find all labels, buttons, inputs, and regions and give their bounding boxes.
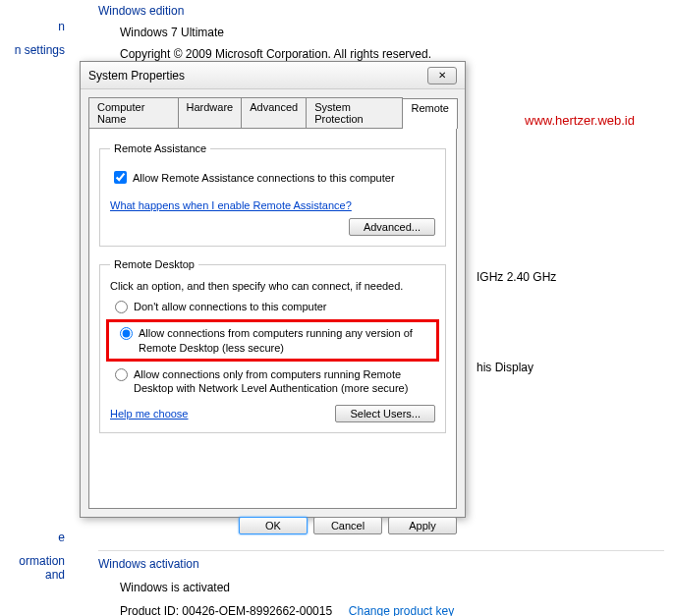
rd-radio-any-version[interactable] bbox=[120, 327, 133, 340]
dialog-titlebar: System Properties ✕ bbox=[81, 62, 465, 89]
dialog-title: System Properties bbox=[88, 69, 427, 83]
rd-radio-nla-label: Allow connections only from computers ru… bbox=[134, 367, 435, 396]
system-properties-dialog: System Properties ✕ Computer Name Hardwa… bbox=[80, 61, 466, 518]
edition-heading: Windows edition bbox=[98, 4, 674, 18]
left-nav-item[interactable]: n bbox=[0, 20, 69, 33]
rd-radio-dont-allow-label: Don't allow connections to this computer bbox=[134, 300, 327, 313]
rd-option-dont-allow[interactable]: Don't allow connections to this computer bbox=[110, 300, 435, 313]
activation-section: Windows activation Windows is activated … bbox=[98, 540, 664, 616]
cancel-button[interactable]: Cancel bbox=[313, 517, 382, 534]
remote-desktop-legend: Remote Desktop bbox=[110, 258, 198, 270]
remote-desktop-group: Remote Desktop Click an option, and then… bbox=[99, 258, 446, 433]
bg-cpu-text: IGHz 2.40 GHz bbox=[477, 270, 556, 284]
remote-assistance-advanced-button[interactable]: Advanced... bbox=[349, 218, 435, 236]
remote-assistance-help-link[interactable]: What happens when I enable Remote Assist… bbox=[110, 199, 352, 211]
system-info-bg: Windows edition Windows 7 Ultimate Copyr… bbox=[98, 0, 674, 61]
dialog-tabs: Computer Name Hardware Advanced System P… bbox=[88, 97, 457, 128]
activation-status: Windows is activated bbox=[120, 581, 664, 594]
allow-remote-assistance-row[interactable]: Allow Remote Assistance connections to t… bbox=[110, 168, 435, 187]
bg-display-text: his Display bbox=[477, 361, 534, 374]
tab-hardware[interactable]: Hardware bbox=[178, 97, 243, 128]
apply-button[interactable]: Apply bbox=[388, 517, 457, 534]
activation-heading: Windows activation bbox=[98, 557, 664, 571]
left-nav-item[interactable]: n settings bbox=[0, 43, 69, 57]
dialog-close-button[interactable]: ✕ bbox=[427, 67, 457, 84]
rd-option-nla[interactable]: Allow connections only from computers ru… bbox=[110, 367, 435, 396]
allow-remote-assistance-checkbox[interactable] bbox=[114, 171, 127, 184]
see-also-item[interactable]: ormation and bbox=[0, 554, 65, 582]
left-nav-fragment: n n settings bbox=[0, 0, 69, 67]
tab-system-protection[interactable]: System Protection bbox=[306, 97, 403, 128]
change-product-key-link[interactable]: Change product key bbox=[349, 604, 454, 616]
edition-name: Windows 7 Ultimate bbox=[120, 26, 674, 39]
ok-button[interactable]: OK bbox=[239, 517, 308, 534]
remote-desktop-intro: Click an option, and then specify who ca… bbox=[110, 280, 435, 292]
see-also-item[interactable]: e bbox=[0, 531, 65, 544]
tab-computer-name[interactable]: Computer Name bbox=[88, 97, 179, 128]
see-also-fragment: e ormation and bbox=[0, 531, 69, 582]
allow-remote-assistance-label: Allow Remote Assistance connections to t… bbox=[133, 172, 395, 184]
edition-copyright: Copyright © 2009 Microsoft Corporation. … bbox=[120, 47, 674, 61]
rd-radio-dont-allow[interactable] bbox=[115, 301, 128, 313]
tab-remote[interactable]: Remote bbox=[402, 98, 458, 129]
dialog-button-row: OK Cancel Apply bbox=[81, 509, 465, 542]
tab-advanced[interactable]: Advanced bbox=[241, 97, 307, 128]
tab-remote-body: Remote Assistance Allow Remote Assistanc… bbox=[88, 128, 457, 509]
rd-radio-nla[interactable] bbox=[115, 368, 128, 381]
remote-assistance-group: Remote Assistance Allow Remote Assistanc… bbox=[99, 142, 446, 247]
rd-option-any-version[interactable]: Allow connections from computers running… bbox=[115, 326, 430, 355]
close-icon: ✕ bbox=[438, 70, 446, 81]
highlighted-option-box: Allow connections from computers running… bbox=[106, 319, 439, 362]
url-watermark: www.hertzer.web.id bbox=[525, 113, 635, 128]
remote-assistance-legend: Remote Assistance bbox=[110, 142, 210, 154]
rd-help-link[interactable]: Help me choose bbox=[110, 408, 189, 420]
product-id-label: Product ID: 00426-OEM-8992662-00015 bbox=[120, 604, 332, 616]
select-users-button[interactable]: Select Users... bbox=[335, 405, 435, 422]
rd-radio-any-version-label: Allow connections from computers running… bbox=[139, 326, 430, 355]
